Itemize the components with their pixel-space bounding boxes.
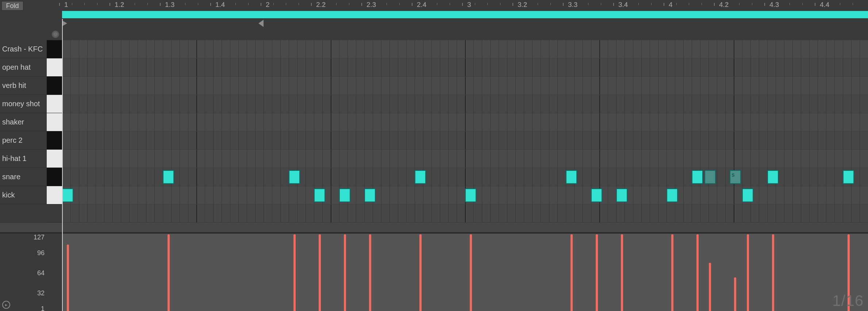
velocity-bar[interactable] xyxy=(696,234,699,311)
note-cells[interactable] xyxy=(62,95,868,113)
track-label[interactable]: perc 2 xyxy=(0,131,47,150)
play-start-marker[interactable] xyxy=(62,20,67,26)
loop-toggle-knob[interactable] xyxy=(51,30,60,39)
snare-note[interactable] xyxy=(415,170,426,184)
loop-end-handle[interactable] xyxy=(863,11,868,18)
snare-note[interactable] xyxy=(767,170,779,184)
velocity-bar[interactable] xyxy=(319,234,321,311)
piano-key[interactable] xyxy=(47,150,62,168)
note-cells[interactable] xyxy=(62,40,868,58)
kick-note[interactable] xyxy=(62,188,73,202)
loop-start-handle[interactable] xyxy=(62,11,67,18)
playhead[interactable] xyxy=(62,19,63,311)
lane-crash---kfc[interactable]: Crash - KFC xyxy=(0,40,868,58)
kick-note[interactable] xyxy=(339,188,350,202)
velocity-scale-label: 64 xyxy=(37,269,45,277)
velocity-bar[interactable] xyxy=(671,234,673,311)
note-cells[interactable] xyxy=(62,113,868,131)
piano-key[interactable] xyxy=(47,77,62,95)
kick-note[interactable] xyxy=(742,188,753,202)
snare-note[interactable] xyxy=(163,170,174,184)
piano-key[interactable] xyxy=(47,186,62,204)
lane-hi-hat-1[interactable]: hi-hat 1 xyxy=(0,150,868,168)
track-label[interactable]: Crash - KFC xyxy=(0,40,47,58)
snare-note[interactable] xyxy=(566,170,577,184)
track-label[interactable]: open hat xyxy=(0,58,47,77)
velocity-bar[interactable] xyxy=(772,234,774,311)
velocity-bar[interactable] xyxy=(168,234,170,311)
lane-verb-hit[interactable]: verb hit xyxy=(0,77,868,95)
note-grid[interactable]: Crash - KFCopen hatverb hitmoney shotsha… xyxy=(0,40,868,232)
piano-key[interactable] xyxy=(47,168,62,186)
kick-note[interactable] xyxy=(364,188,376,202)
kick-note[interactable] xyxy=(314,188,325,202)
track-label[interactable]: kick xyxy=(0,186,47,204)
timeline-ruler[interactable]: Fold 11.21.31.422.22.32.433.23.33.444.24… xyxy=(0,0,868,19)
velocity-scale: 1279664321 xyxy=(0,234,47,311)
velocity-bar[interactable] xyxy=(596,234,598,311)
piano-key[interactable] xyxy=(47,113,62,131)
loop-brace[interactable] xyxy=(62,11,868,18)
track-label[interactable]: hi-hat 1 xyxy=(0,150,47,168)
velocity-bar[interactable] xyxy=(293,234,296,311)
note-cells[interactable] xyxy=(62,131,868,150)
lane-money-shot[interactable]: money shot xyxy=(0,95,868,113)
grid-resolution-label: 1/16 xyxy=(832,292,864,310)
piano-key[interactable] xyxy=(47,40,62,58)
snare-note[interactable] xyxy=(692,170,703,184)
velocity-scale-label: 127 xyxy=(34,234,45,241)
snare-note[interactable] xyxy=(843,170,854,184)
velocity-bar[interactable] xyxy=(470,234,472,311)
piano-key[interactable] xyxy=(47,95,62,113)
note-cells[interactable] xyxy=(62,58,868,77)
kick-note[interactable] xyxy=(465,188,476,202)
scrub-row[interactable] xyxy=(0,19,868,29)
track-label-empty xyxy=(0,204,47,223)
velocity-bar[interactable] xyxy=(67,245,69,311)
velocity-expand-icon[interactable]: ▸ xyxy=(2,301,10,309)
piano-key[interactable] xyxy=(47,131,62,150)
fold-button[interactable]: Fold xyxy=(1,1,23,11)
track-label[interactable]: shaker xyxy=(0,113,47,131)
velocity-bar[interactable] xyxy=(747,234,749,311)
lane-shaker[interactable]: shaker xyxy=(0,113,868,131)
velocity-bar[interactable] xyxy=(369,234,371,311)
note-cells[interactable] xyxy=(62,204,868,223)
track-label[interactable]: money shot xyxy=(0,95,47,113)
velocity-bar[interactable] xyxy=(419,234,422,311)
velocity-bar[interactable] xyxy=(709,263,711,311)
snare-note[interactable] xyxy=(704,170,716,184)
velocity-bar[interactable] xyxy=(621,234,623,311)
piano-key[interactable] xyxy=(47,58,62,77)
velocity-scale-label: 32 xyxy=(37,289,45,297)
note-cells[interactable]: s xyxy=(62,168,868,186)
lane-snare[interactable]: snares xyxy=(0,168,868,186)
snare-note[interactable] xyxy=(289,170,300,184)
kick-note[interactable] xyxy=(667,188,678,202)
track-label[interactable]: snare xyxy=(0,168,47,186)
lane-open-hat[interactable]: open hat xyxy=(0,58,868,77)
velocity-bar[interactable] xyxy=(734,277,736,311)
velocity-scale-label: 96 xyxy=(37,249,45,257)
kick-note[interactable] xyxy=(616,188,627,202)
lane-kick[interactable]: kick xyxy=(0,186,868,204)
clip-end-marker[interactable] xyxy=(258,20,264,27)
piano-key-empty xyxy=(47,204,62,223)
velocity-scale-label: 1 xyxy=(41,305,45,311)
snare-note[interactable]: s xyxy=(730,170,741,184)
velocity-bar[interactable] xyxy=(344,234,346,311)
note-cells[interactable] xyxy=(62,186,868,204)
velocity-lane[interactable]: 1279664321 ▸ 1/16 xyxy=(0,232,868,311)
velocity-bar[interactable] xyxy=(571,234,573,311)
kick-note[interactable] xyxy=(591,188,602,202)
lane-perc-2[interactable]: perc 2 xyxy=(0,131,868,150)
track-label[interactable]: verb hit xyxy=(0,77,47,95)
note-cells[interactable] xyxy=(62,150,868,168)
note-cells[interactable] xyxy=(62,77,868,95)
velocity-key-column xyxy=(47,234,62,311)
